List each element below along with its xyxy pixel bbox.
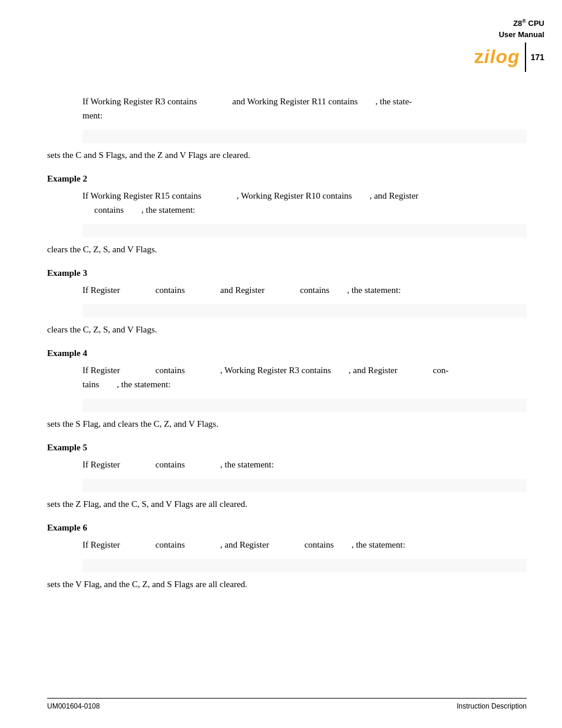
registered-mark: ® bbox=[522, 18, 526, 24]
example5-heading: Example 5 bbox=[47, 443, 527, 453]
example4-result: sets the S Flag, and clears the C, Z, an… bbox=[47, 417, 527, 431]
example2-result: clears the C, Z, S, and V Flags. bbox=[47, 242, 527, 256]
page-number: 171 bbox=[531, 52, 544, 62]
example2-text: If Working Register R15 contains, Workin… bbox=[82, 189, 527, 217]
example5-result: sets the Z Flag, and the C, S, and V Fla… bbox=[47, 497, 527, 511]
product-name: Z8® CPU bbox=[513, 19, 544, 28]
example6-text: If Registercontains, and Registercontain… bbox=[82, 538, 527, 552]
example4-heading: Example 4 bbox=[47, 348, 527, 358]
example3-heading: Example 3 bbox=[47, 268, 527, 278]
example4-line2: tains, the statement: bbox=[82, 380, 171, 389]
zilog-logo: zilog bbox=[474, 46, 520, 68]
logo-z: z bbox=[474, 46, 484, 67]
example2-heading: Example 2 bbox=[47, 174, 527, 184]
page: Z8® CPU User Manual zilog 171 If Working… bbox=[0, 0, 562, 728]
example2-code-block bbox=[82, 224, 527, 238]
header-logo-row: zilog 171 bbox=[474, 42, 544, 72]
example4-code-block bbox=[82, 398, 527, 412]
example2-line1: If Working Register R15 contains, Workin… bbox=[82, 191, 418, 200]
example3-text: If Registercontainsand Registercontains,… bbox=[82, 283, 527, 297]
example6-result: sets the V Flag, and the C, Z, and S Fla… bbox=[47, 577, 527, 591]
footer-doc-number: UM001604-0108 bbox=[47, 702, 100, 710]
header-divider bbox=[525, 42, 526, 72]
intro-code-block bbox=[82, 130, 527, 143]
example5-text: If Registercontains, the statement: bbox=[82, 457, 527, 472]
header-title: Z8® CPU User Manual bbox=[474, 18, 544, 40]
example5-code-block bbox=[82, 479, 527, 492]
example5-line: If Registercontains, the statement: bbox=[82, 460, 274, 469]
example4-line1: If Registercontains, Working Register R3… bbox=[82, 365, 448, 375]
intro-text-cont: ment: bbox=[82, 111, 103, 120]
example2-line2: contains, the statement: bbox=[82, 205, 195, 215]
header: Z8® CPU User Manual zilog 171 bbox=[474, 18, 544, 72]
footer: UM001604-0108 Instruction Description bbox=[47, 698, 527, 710]
example6-line: If Registercontains, and Registercontain… bbox=[82, 540, 405, 549]
example6-code-block bbox=[82, 559, 527, 572]
example3-line: If Registercontainsand Registercontains,… bbox=[82, 285, 401, 295]
intro-result: sets the C and S Flags, and the Z and V … bbox=[47, 148, 527, 162]
example6-heading: Example 6 bbox=[47, 523, 527, 533]
example3-code-block bbox=[82, 304, 527, 318]
intro-paragraph: If Working Register R3 containsand Worki… bbox=[82, 94, 527, 123]
intro-text: If Working Register R3 containsand Worki… bbox=[82, 97, 412, 106]
main-content: If Working Register R3 containsand Worki… bbox=[47, 94, 527, 598]
example3-result: clears the C, Z, S, and V Flags. bbox=[47, 322, 527, 337]
example4-text: If Registercontains, Working Register R3… bbox=[82, 363, 527, 391]
manual-title: User Manual bbox=[499, 30, 544, 39]
footer-section: Instruction Description bbox=[457, 702, 527, 710]
